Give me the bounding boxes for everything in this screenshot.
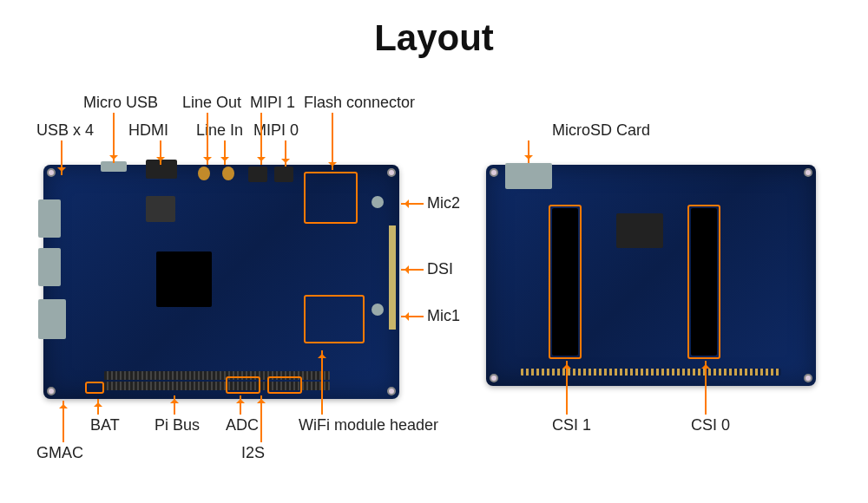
- label-gmac: GMAC: [36, 444, 83, 462]
- label-pi-bus: Pi Bus: [155, 416, 200, 434]
- label-dsi: DSI: [427, 260, 453, 278]
- label-line-in: Line In: [196, 121, 243, 140]
- label-i2s: I2S: [241, 444, 265, 462]
- board-front: [43, 165, 399, 399]
- label-hdmi: HDMI: [128, 121, 168, 140]
- label-csi0: CSI 0: [691, 416, 730, 434]
- label-line-out: Line Out: [182, 94, 241, 112]
- label-mic1: Mic1: [427, 307, 460, 325]
- label-usb-x4: USB x 4: [36, 121, 94, 140]
- page-title: Layout: [0, 17, 868, 59]
- label-micro-usb: Micro USB: [83, 94, 158, 112]
- label-mic2: Mic2: [427, 194, 460, 212]
- label-mipi1: MIPI 1: [250, 94, 295, 112]
- board-back: [486, 165, 816, 386]
- label-adc: ADC: [226, 416, 259, 434]
- label-bat: BAT: [90, 416, 120, 434]
- label-csi1: CSI 1: [552, 416, 591, 434]
- label-flash-connector: Flash connector: [304, 94, 415, 112]
- label-microsd: MicroSD Card: [552, 121, 650, 140]
- label-wifi-header: WiFi module header: [299, 416, 438, 434]
